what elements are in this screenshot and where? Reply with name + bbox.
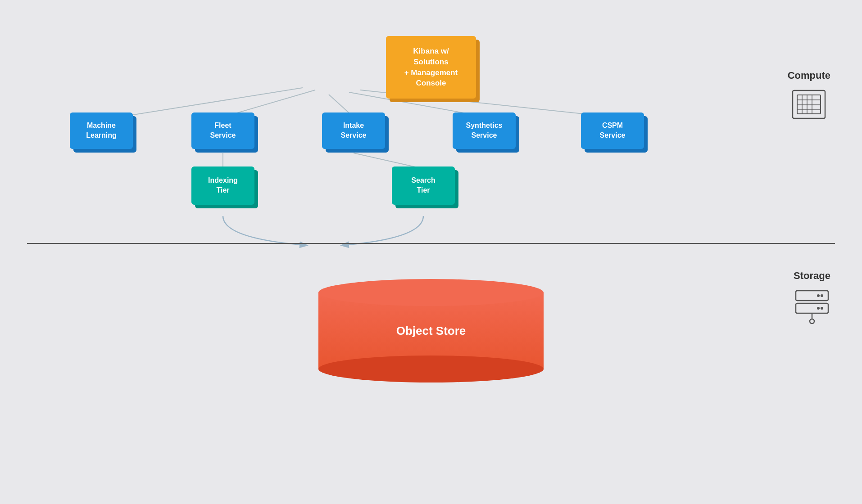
cylinder-bottom [318,356,544,382]
synthetics-service-card: SyntheticsService [453,112,516,149]
object-store-container: Object Store [318,279,544,382]
diagram-container: Kibana w/ Solutions+ ManagementConsole M… [0,0,862,504]
cspm-service-container: CSPMService [581,112,644,149]
object-store-label: Object Store [396,324,466,338]
machine-learning-container: MachineLearning [70,112,133,149]
svg-point-16 [821,294,823,297]
object-store-cylinder: Object Store [318,279,544,382]
intake-service-container: IntakeService [322,112,385,149]
svg-rect-18 [796,303,828,313]
compute-section: Compute [788,70,830,122]
machine-learning-card: MachineLearning [70,112,133,149]
cylinder-top [318,279,544,306]
fleet-service-container: FleetService [191,112,254,149]
search-tier-card: SearchTier [392,166,455,205]
compute-heading: Compute [788,70,830,81]
divider-line [27,243,835,244]
indexing-tier-card: IndexingTier [191,166,254,205]
kibana-card: Kibana w/ Solutions+ ManagementConsole [386,36,476,99]
search-tier-container: SearchTier [392,166,455,205]
storage-section: Storage [794,270,830,327]
synthetics-service-container: SyntheticsService [453,112,516,149]
indexing-tier-container: IndexingTier [191,166,254,205]
svg-point-19 [821,307,823,310]
svg-rect-15 [796,291,828,301]
svg-point-17 [817,294,820,297]
svg-rect-8 [797,95,821,114]
svg-point-22 [810,319,814,324]
storage-heading: Storage [794,270,830,282]
fleet-service-card: FleetService [191,112,254,149]
cspm-service-card: CSPMService [581,112,644,149]
svg-point-20 [817,307,820,310]
intake-service-card: IntakeService [322,112,385,149]
kibana-container: Kibana w/ Solutions+ ManagementConsole [386,36,476,99]
compute-icon [791,89,827,120]
storage-icon [794,289,830,325]
